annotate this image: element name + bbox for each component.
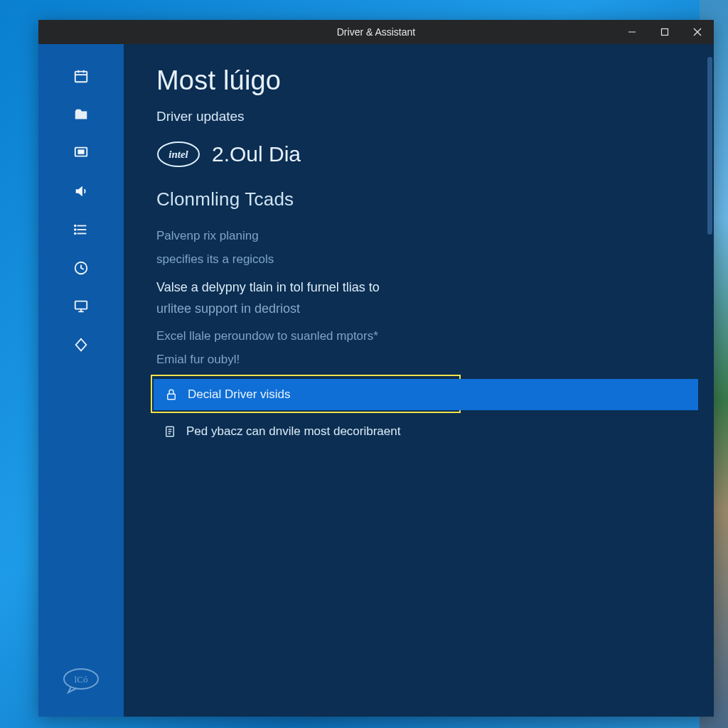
history-icon[interactable] [72, 259, 90, 277]
driver-version-row: intel 2.Oul Dia [156, 140, 702, 168]
close-button[interactable] [681, 20, 714, 44]
scrollbar-thumb[interactable] [707, 57, 712, 235]
secondary-row[interactable]: Ped ybacz can dnvile most decoribraent [156, 417, 702, 439]
svg-rect-4 [75, 72, 87, 82]
document-icon [164, 425, 176, 438]
chat-logo-icon[interactable]: lCó [61, 667, 101, 697]
display-icon[interactable] [72, 297, 90, 316]
sidebar: lCó [38, 44, 124, 717]
paragraph-line: Palvenp rix planing [156, 228, 702, 245]
section-heading: Clonmling Tcads [156, 188, 702, 210]
svg-rect-23 [168, 394, 176, 400]
secondary-row-label: Ped ybacz can dnvile most decoribraent [186, 424, 400, 439]
page-title: Most lúigo [156, 65, 702, 96]
calendar-icon[interactable] [72, 67, 90, 85]
folder-icon[interactable] [72, 105, 90, 124]
svg-text:intel: intel [168, 149, 188, 160]
highlight-outline: Decial Driver visids [151, 375, 461, 413]
paragraph-line: Excel llale peroundow to suanled mptors* [156, 328, 702, 346]
paragraph-line: Valse a delypny tlain in tol furnel tlia… [156, 278, 702, 296]
svg-rect-17 [75, 301, 87, 309]
svg-rect-1 [662, 29, 668, 36]
svg-point-15 [75, 233, 76, 235]
paragraph-line: Emial fur oubyl! [156, 351, 702, 369]
svg-point-14 [75, 229, 76, 230]
minimize-button[interactable] [616, 20, 648, 44]
window-controls [616, 20, 714, 44]
content-area: Most lúigo Driver updates intel 2.Oul Di… [124, 44, 714, 717]
client-area: lCó Most lúigo Driver updates intel 2.Ou… [38, 44, 714, 717]
monitor-icon[interactable] [72, 144, 90, 162]
lock-icon [165, 388, 178, 401]
page-subtitle: Driver updates [156, 109, 702, 124]
list-icon[interactable] [72, 220, 90, 239]
chat-logo-text: lCó [75, 674, 88, 685]
titlebar[interactable]: Driver & Assistant [38, 20, 714, 44]
paragraph-line: specifies its a regicols [156, 251, 702, 269]
app-window: Driver & Assistant [38, 20, 714, 717]
diamond-icon[interactable] [72, 336, 90, 354]
window-title: Driver & Assistant [337, 26, 415, 38]
driver-version-text: 2.Oul Dia [212, 142, 301, 166]
maximize-button[interactable] [648, 20, 681, 44]
paragraph-line: urlitee support in dedriost [156, 299, 702, 318]
volume-icon[interactable] [72, 182, 90, 200]
sidebar-footer: lCó [38, 667, 124, 697]
driver-visits-label: Decial Driver visids [188, 387, 291, 402]
svg-rect-9 [78, 150, 83, 154]
intel-logo-icon: intel [156, 140, 200, 168]
driver-visits-row[interactable]: Decial Driver visids [154, 379, 698, 410]
svg-point-13 [75, 225, 76, 227]
